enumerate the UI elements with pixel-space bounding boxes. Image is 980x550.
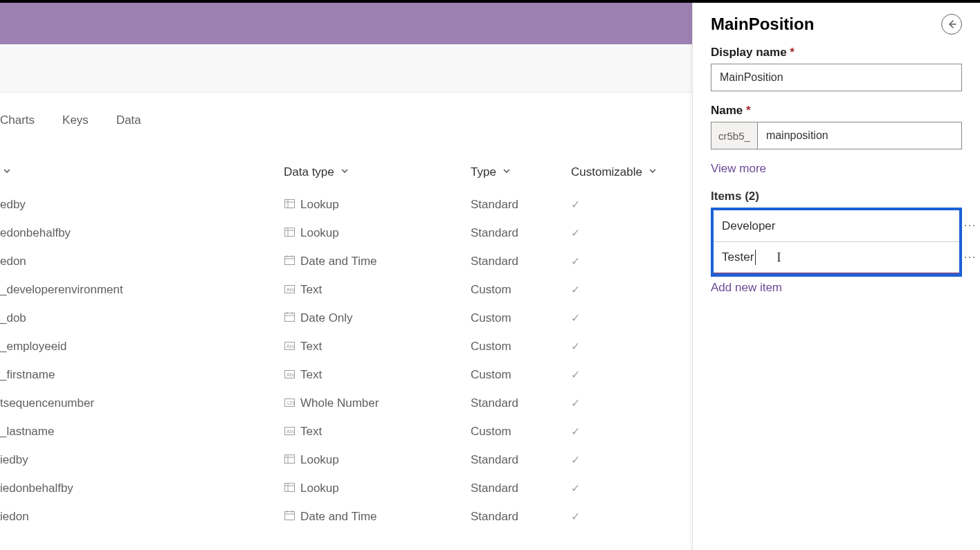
check-icon: ✓	[571, 227, 580, 239]
cell-type: Standard	[471, 226, 571, 240]
cell-name: iedon	[0, 510, 284, 524]
svg-text:123: 123	[287, 401, 295, 405]
datatype-icon: Abc	[284, 341, 295, 351]
items-title: Items (2)	[711, 190, 962, 203]
cell-name: iedby	[0, 453, 284, 467]
check-icon: ✓	[571, 511, 580, 522]
name-prefix: cr5b5_	[711, 122, 757, 149]
cell-customizable: ✓	[571, 226, 682, 240]
table-body: edbyLookupStandard✓edonbehalfbyLookupSta…	[0, 190, 692, 531]
name-label: Name *	[711, 104, 962, 118]
datatype-icon: 123	[284, 398, 295, 407]
cell-datatype: Date and Time	[284, 255, 471, 268]
column-header-type[interactable]: Type	[471, 165, 571, 179]
table-row[interactable]: iedbyLookupStandard✓	[0, 446, 692, 474]
chevron-down-icon	[648, 167, 657, 175]
datatype-icon	[284, 312, 295, 322]
tab-keys[interactable]: Keys	[62, 113, 89, 127]
view-more-link[interactable]: View more	[711, 162, 766, 176]
item-more-menu[interactable]: ⋯	[963, 217, 976, 232]
item-row-active[interactable]: Tester I	[714, 242, 959, 274]
tabs: Charts Keys Data	[0, 93, 692, 134]
table-row[interactable]: edbyLookupStandard✓	[0, 190, 692, 219]
datatype-icon	[284, 199, 295, 208]
cell-name: edon	[0, 255, 284, 268]
svg-rect-27	[284, 455, 294, 463]
cell-customizable: ✓	[571, 510, 682, 524]
svg-rect-6	[284, 228, 294, 236]
check-icon: ✓	[571, 284, 580, 295]
column-headers: Data type Type Customizable	[0, 134, 692, 190]
item-row[interactable]: Developer	[714, 210, 959, 242]
table-row[interactable]: edonbehalfbyLookupStandard✓	[0, 219, 692, 247]
cell-datatype: AbcText	[284, 340, 471, 354]
datatype-icon: Abc	[284, 426, 295, 436]
cell-type: Standard	[471, 510, 571, 524]
cell-datatype: 123Whole Number	[284, 396, 471, 410]
panel-title: MainPosition	[711, 15, 814, 34]
table-row[interactable]: iedonDate and TimeStandard✓	[0, 502, 692, 531]
svg-rect-3	[284, 199, 294, 208]
cell-datatype: Lookup	[284, 198, 471, 212]
cell-name: tsequencenumber	[0, 396, 284, 410]
table-row[interactable]: _developerenvironmentAbcTextCustom✓	[0, 275, 692, 304]
svg-text:Abc: Abc	[287, 344, 295, 349]
cell-type: Standard	[471, 198, 571, 212]
display-name-input[interactable]	[711, 64, 962, 91]
arrow-left-icon	[946, 19, 957, 30]
cell-datatype: Date and Time	[284, 510, 471, 524]
cell-type: Standard	[471, 453, 571, 467]
item-label: Tester	[722, 250, 754, 264]
datatype-icon	[284, 255, 295, 265]
datatype-icon	[284, 227, 295, 237]
cell-datatype: Lookup	[284, 482, 471, 495]
cell-datatype: Date Only	[284, 311, 471, 325]
column-header-datatype[interactable]: Data type	[284, 165, 471, 179]
column-header-customizable[interactable]: Customizable	[571, 165, 682, 179]
cell-customizable: ✓	[571, 340, 682, 354]
cell-type: Custom	[471, 283, 571, 297]
chevron-down-icon	[3, 167, 11, 175]
table-row[interactable]: iedonbehalfbyLookupStandard✓	[0, 474, 692, 502]
cell-datatype: Lookup	[284, 453, 471, 467]
cell-customizable: ✓	[571, 368, 682, 382]
chevron-down-icon	[502, 167, 511, 175]
tab-data[interactable]: Data	[116, 113, 141, 127]
check-icon: ✓	[571, 425, 580, 437]
cell-name: _lastname	[0, 425, 284, 439]
main-content: Charts Keys Data Data type Type Customiz…	[0, 44, 692, 550]
item-more-menu[interactable]: ⋯	[963, 249, 976, 264]
display-name-label: Display name *	[711, 46, 962, 59]
datatype-icon	[284, 454, 295, 464]
table-row[interactable]: tsequencenumber123Whole NumberStandard✓	[0, 389, 692, 417]
cell-type: Custom	[471, 311, 571, 325]
check-icon: ✓	[571, 369, 580, 381]
svg-rect-33	[284, 511, 294, 520]
table-row[interactable]: edonDate and TimeStandard✓	[0, 247, 692, 275]
check-icon: ✓	[571, 482, 580, 494]
svg-text:Abc: Abc	[287, 287, 295, 292]
table-row[interactable]: _lastnameAbcTextCustom✓	[0, 417, 692, 446]
datatype-icon	[284, 511, 295, 520]
table-row[interactable]: _firstnameAbcTextCustom✓	[0, 360, 692, 389]
back-button[interactable]	[941, 14, 962, 35]
tab-charts[interactable]: Charts	[0, 113, 35, 127]
cell-type: Standard	[471, 396, 571, 410]
cell-type: Custom	[471, 368, 571, 382]
cell-customizable: ✓	[571, 283, 682, 297]
column-header-name[interactable]	[0, 165, 284, 179]
svg-rect-30	[284, 483, 294, 491]
table-row[interactable]: _employeeidAbcTextCustom✓	[0, 332, 692, 360]
cell-customizable: ✓	[571, 482, 682, 495]
name-input[interactable]	[757, 122, 962, 149]
top-border	[0, 0, 980, 3]
cell-customizable: ✓	[571, 453, 682, 467]
cell-name: _firstname	[0, 368, 284, 382]
add-new-item-link[interactable]: Add new item	[711, 281, 962, 295]
items-box: Developer Tester I	[711, 208, 962, 277]
cell-type: Custom	[471, 425, 571, 439]
chevron-down-icon	[341, 167, 349, 175]
svg-rect-9	[284, 256, 294, 264]
table-row[interactable]: _dobDate OnlyCustom✓	[0, 304, 692, 332]
cell-datatype: Lookup	[284, 226, 471, 240]
